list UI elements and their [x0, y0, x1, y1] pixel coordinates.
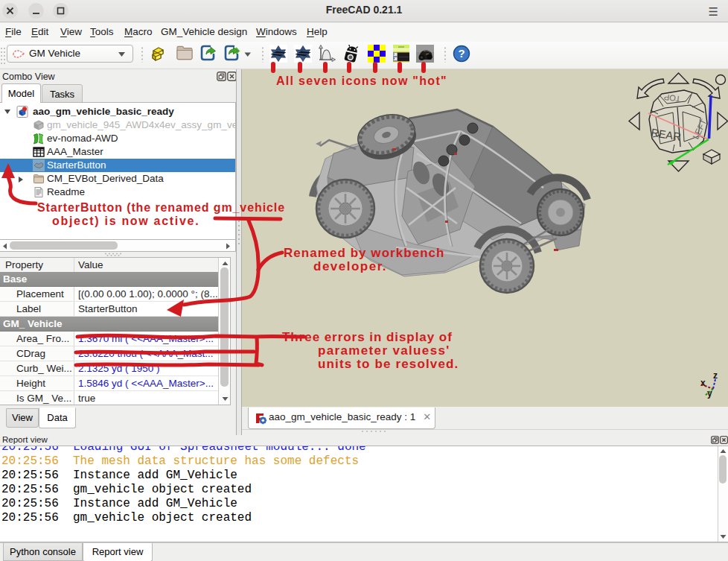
svg-text:z: z: [713, 370, 718, 381]
svg-text:?: ?: [458, 47, 464, 60]
